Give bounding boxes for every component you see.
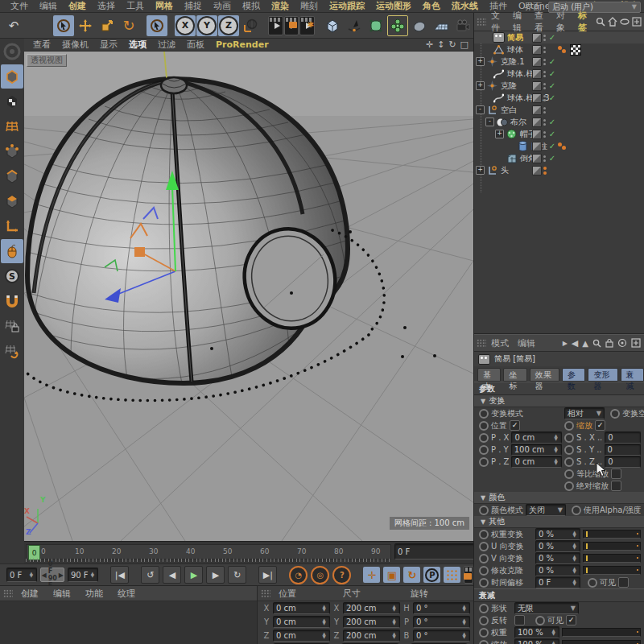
enabled-check[interactable]: ✓ — [547, 81, 557, 90]
lock-icon[interactable] — [605, 338, 613, 348]
last-tool-button[interactable] — [147, 15, 167, 36]
stepper-icon[interactable]: ▲▼ — [89, 572, 95, 578]
key-scale-button[interactable]: ▣ — [383, 567, 400, 583]
current-frame-field[interactable]: 0 F ▲▼ — [6, 568, 37, 582]
layer-toggle[interactable] — [532, 142, 542, 151]
enabled-check[interactable]: ✓ — [547, 57, 557, 66]
visibility-dots[interactable] — [543, 35, 546, 41]
menu-simulate[interactable]: 模拟 — [237, 0, 266, 12]
visibility-dots[interactable] — [543, 167, 547, 175]
previous-frame-button[interactable]: ◀ — [163, 566, 181, 584]
expander-icon[interactable]: + — [476, 81, 485, 90]
drag-grip-icon[interactable] — [477, 339, 486, 348]
menu-motion-tracker[interactable]: 运动跟踪 — [324, 0, 370, 12]
menu-edit[interactable]: 编辑 — [34, 0, 63, 12]
move-tool-button[interactable] — [75, 15, 96, 36]
expander-icon[interactable]: + — [476, 166, 485, 175]
phong-tag-icon[interactable] — [558, 46, 568, 54]
visibility-dots[interactable] — [543, 83, 546, 89]
target-icon[interactable] — [617, 338, 627, 348]
anim-dot-icon[interactable] — [610, 409, 620, 419]
anim-dot-icon[interactable] — [479, 554, 489, 564]
anim-dot-icon[interactable] — [479, 433, 489, 443]
menu-animate[interactable]: 动画 — [208, 0, 237, 12]
layer-toggle[interactable] — [532, 81, 542, 91]
layer-toggle[interactable] — [532, 33, 542, 43]
tab-parameter[interactable]: 参数 — [562, 368, 585, 382]
texture-mode-button[interactable] — [1, 89, 23, 114]
enabled-check[interactable]: ✓ — [547, 130, 557, 138]
menu-select[interactable]: 选择 — [92, 0, 121, 12]
render-view-button[interactable] — [268, 16, 283, 35]
key-parameter-button[interactable]: P — [423, 567, 440, 583]
axis-mode-button[interactable] — [1, 214, 23, 238]
absolute-scale-checkbox[interactable] — [611, 481, 621, 491]
mograph-cloner-button[interactable] — [387, 15, 408, 36]
vp-menu-view[interactable]: 查看 — [27, 39, 56, 51]
object-row-kongbai[interactable]: - 空白 — [474, 104, 644, 116]
visible-checkbox[interactable] — [618, 577, 629, 588]
end-frame-field[interactable]: 90 F ▲▼ — [68, 568, 98, 582]
object-manager-tree[interactable]: 简易 ✓ 球体 + 克隆.1 ✓ 球体.样条 ✓ + 克隆 ✓ — [474, 31, 644, 334]
next-frame-button[interactable]: ▶ — [206, 566, 225, 584]
expander-icon[interactable]: - — [485, 118, 494, 126]
visibility-dots[interactable] — [543, 119, 546, 126]
falloff-visible-checkbox[interactable]: ✓ — [566, 615, 576, 625]
enabled-check[interactable]: ✓ — [547, 142, 557, 151]
anim-dot-icon[interactable] — [564, 421, 574, 431]
live-selection-button[interactable] — [53, 15, 74, 36]
am-menu-edit[interactable]: 编辑 — [514, 337, 539, 349]
position-x-field[interactable]: 0 cm▲▼ — [273, 602, 330, 614]
visibility-dots[interactable] — [543, 143, 546, 150]
anim-dot-icon[interactable] — [479, 457, 489, 467]
menu-sculpt[interactable]: 雕刻 — [295, 0, 324, 12]
visibility-dots[interactable] — [543, 107, 546, 114]
layer-toggle[interactable] — [532, 69, 542, 79]
rotation-h-field[interactable]: 0 °▲▼ — [413, 602, 470, 614]
anim-dot-icon[interactable] — [479, 628, 489, 638]
group-other[interactable]: ▼其他 — [474, 516, 644, 528]
home-icon[interactable] — [608, 17, 617, 27]
modify-clone-field[interactable]: 0 %▲▼ — [535, 564, 580, 576]
transform-mode-dropdown[interactable]: 相对▼ — [564, 407, 605, 419]
menu-pipeline[interactable]: 流水线 — [446, 0, 484, 12]
display-tag-icon[interactable] — [570, 44, 581, 56]
enabled-check[interactable]: ✓ — [547, 118, 557, 126]
weight-transform-slider[interactable] — [583, 530, 641, 539]
history-back-icon[interactable]: ◀ — [572, 338, 578, 349]
layer-toggle[interactable] — [532, 154, 542, 163]
keyframe-selection-button[interactable]: ? — [332, 566, 351, 584]
object-row-maozi[interactable]: + 帽子 ✓ — [474, 128, 644, 140]
primitive-cube-button[interactable] — [322, 15, 343, 36]
visibility-dots[interactable] — [543, 155, 546, 162]
visibility-dots[interactable] — [543, 131, 546, 138]
sz-field[interactable]: 0 — [605, 456, 641, 468]
vp-menu-filter[interactable]: 过滤 — [152, 39, 181, 51]
play-backwards-button[interactable]: ↺ — [141, 566, 159, 584]
group-transform[interactable]: ▼变换 — [474, 395, 644, 407]
timeline-window-button[interactable] — [464, 566, 473, 584]
falloff-scale-slider[interactable] — [562, 640, 641, 644]
view-label[interactable]: 透视视图 — [27, 54, 67, 67]
sy-field[interactable]: 0 — [605, 444, 641, 456]
position-y-field[interactable]: 0 cm▲▼ — [273, 616, 330, 628]
preview-range-button[interactable]: ◀ 0 F 90 F ▶ — [40, 568, 64, 582]
anim-dot-icon[interactable] — [535, 616, 545, 625]
anim-dot-icon[interactable] — [479, 421, 489, 431]
drag-grip-icon[interactable] — [3, 589, 13, 598]
tab-falloff[interactable]: 衰减 — [621, 368, 644, 382]
points-mode-button[interactable] — [1, 139, 23, 163]
object-row-kelong1[interactable]: + 克隆.1 ✓ — [474, 56, 644, 68]
polygons-mode-button[interactable] — [1, 189, 23, 213]
object-row-daojiao[interactable]: 倒角 ✓ — [474, 152, 644, 164]
visibility-dots[interactable] — [543, 47, 546, 53]
goto-start-button[interactable]: |◀ — [110, 566, 129, 584]
anim-dot-icon[interactable] — [479, 604, 489, 613]
menu-snap[interactable]: 捕捉 — [179, 0, 208, 12]
anim-dot-icon[interactable] — [564, 445, 574, 455]
layer-toggle[interactable] — [532, 130, 542, 139]
anim-dot-icon[interactable] — [479, 616, 489, 625]
layer-toggle[interactable] — [532, 105, 542, 115]
visibility-dots[interactable] — [543, 71, 546, 77]
anim-dot-icon[interactable] — [479, 578, 489, 588]
